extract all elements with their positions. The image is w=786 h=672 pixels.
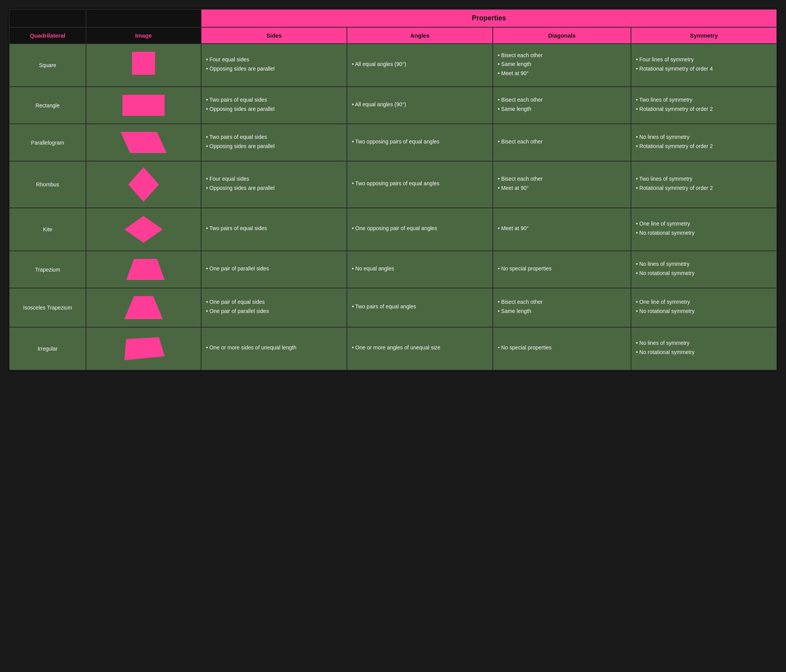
shape-name: Parallelogram: [9, 124, 86, 161]
symmetry-item: Rotational symmetry of order 2: [636, 184, 772, 192]
svg-marker-2: [121, 132, 167, 153]
properties-header: Properties: [201, 9, 777, 27]
shape-image: [86, 327, 201, 370]
angles-cell: No equal angles: [347, 251, 493, 288]
shape-name: Rectangle: [9, 87, 86, 124]
angles-cell: Two pairs of equal angles: [347, 288, 493, 327]
diagonals-item: Bisect each other: [498, 175, 626, 183]
sides-item: Opposing sides are parallel: [206, 143, 342, 150]
angles-item: All equal angles (90°): [352, 61, 488, 68]
symmetry-item: No rotational symmetry: [636, 270, 772, 277]
col-header-quadrilateral: Quadrilateral: [9, 27, 86, 44]
diagonals-item: No special properties: [498, 344, 626, 352]
diagonals-item: No special properties: [498, 265, 626, 273]
diagonals-cell: Bisect each otherSame lengthMeet at 90°: [493, 44, 631, 87]
diagonals-item: Meet at 90°: [498, 184, 626, 192]
col-header-angles: Angles: [347, 27, 493, 44]
sides-item: One or more sides of unequal length: [206, 344, 342, 352]
symmetry-cell: No lines of symmetryNo rotational symmet…: [631, 251, 777, 288]
angles-cell: One or more angles of unequal size: [347, 327, 493, 370]
sides-item: One pair of parallel sides: [206, 265, 342, 273]
angles-item: Two opposing pairs of equal angles: [352, 180, 488, 188]
symmetry-item: Two lines of symmetry: [636, 96, 772, 104]
sides-item: Four equal sides: [206, 175, 342, 183]
symmetry-item: No rotational symmetry: [636, 229, 772, 237]
col-header-sides: Sides: [201, 27, 347, 44]
sides-cell: One pair of parallel sides: [201, 251, 347, 288]
shape-image: [86, 87, 201, 124]
shape-name: Isosceles Trapezium: [9, 288, 86, 327]
diagonals-cell: No special properties: [493, 327, 631, 370]
diagonals-cell: Meet at 90°: [493, 208, 631, 251]
diagonals-cell: No special properties: [493, 251, 631, 288]
symmetry-item: One line of symmetry: [636, 298, 772, 306]
col-header-image: Image: [86, 27, 201, 44]
diagonals-item: Meet at 90°: [498, 70, 626, 77]
properties-table: Properties Quadrilateral Image Sides Ang…: [9, 9, 777, 371]
diagonals-item: Bisect each other: [498, 298, 626, 306]
sides-item: Two pairs of equal sides: [206, 96, 342, 104]
sides-item: Four equal sides: [206, 56, 342, 64]
symmetry-item: One line of symmetry: [636, 220, 772, 228]
shape-image: [86, 251, 201, 288]
symmetry-item: Rotational symmetry of order 4: [636, 65, 772, 73]
angles-cell: One opposing pair of equal angles: [347, 208, 493, 251]
svg-marker-3: [128, 167, 159, 202]
sides-cell: One pair of equal sidesOne pair of paral…: [201, 288, 347, 327]
sides-cell: One or more sides of unequal length: [201, 327, 347, 370]
sides-item: One pair of equal sides: [206, 298, 342, 306]
angles-item: One or more angles of unequal size: [352, 344, 488, 352]
sides-cell: Four equal sidesOpposing sides are paral…: [201, 161, 347, 208]
sides-cell: Two pairs of equal sides: [201, 208, 347, 251]
symmetry-item: Four lines of symmetry: [636, 56, 772, 64]
angles-item: Two pairs of equal angles: [352, 303, 488, 311]
symmetry-item: No lines of symmetry: [636, 260, 772, 268]
angles-cell: Two opposing pairs of equal angles: [347, 124, 493, 161]
symmetry-cell: Two lines of symmetryRotational symmetry…: [631, 161, 777, 208]
diagonals-cell: Bisect each otherSame length: [493, 288, 631, 327]
table-row: IrregularOne or more sides of unequal le…: [9, 327, 777, 370]
top-left-empty: [9, 9, 86, 27]
angles-item: All equal angles (90°): [352, 101, 488, 109]
symmetry-item: No lines of symmetry: [636, 339, 772, 347]
symmetry-item: Rotational symmetry of order 2: [636, 143, 772, 150]
symmetry-item: No rotational symmetry: [636, 308, 772, 315]
shape-name: Trapezium: [9, 251, 86, 288]
svg-marker-6: [124, 296, 163, 319]
sides-item: Opposing sides are parallel: [206, 184, 342, 192]
svg-marker-5: [126, 259, 165, 280]
diagonals-cell: Bisect each otherMeet at 90°: [493, 161, 631, 208]
angles-cell: All equal angles (90°): [347, 44, 493, 87]
diagonals-cell: Bisect each other: [493, 124, 631, 161]
shape-image: [86, 44, 201, 87]
symmetry-cell: One line of symmetryNo rotational symmet…: [631, 208, 777, 251]
angles-item: Two opposing pairs of equal angles: [352, 138, 488, 146]
angles-cell: All equal angles (90°): [347, 87, 493, 124]
sides-cell: Four equal sidesOpposing sides are paral…: [201, 44, 347, 87]
diagonals-item: Meet at 90°: [498, 225, 626, 232]
angles-cell: Two opposing pairs of equal angles: [347, 161, 493, 208]
shape-image: [86, 208, 201, 251]
svg-rect-1: [122, 95, 165, 116]
sides-cell: Two pairs of equal sidesOpposing sides a…: [201, 124, 347, 161]
symmetry-cell: Two lines of symmetryRotational symmetry…: [631, 87, 777, 124]
angles-item: One opposing pair of equal angles: [352, 225, 488, 232]
col-header-diagonals: Diagonals: [493, 27, 631, 44]
symmetry-cell: Four lines of symmetryRotational symmetr…: [631, 44, 777, 87]
shape-name: Irregular: [9, 327, 86, 370]
symmetry-cell: One line of symmetryNo rotational symmet…: [631, 288, 777, 327]
col-header-symmetry: Symmetry: [631, 27, 777, 44]
svg-rect-0: [132, 52, 155, 75]
diagonals-cell: Bisect each otherSame length: [493, 87, 631, 124]
symmetry-cell: No lines of symmetryRotational symmetry …: [631, 124, 777, 161]
angles-item: No equal angles: [352, 265, 488, 273]
table-row: TrapeziumOne pair of parallel sidesNo eq…: [9, 251, 777, 288]
diagonals-item: Bisect each other: [498, 52, 626, 59]
main-table-wrapper: Properties Quadrilateral Image Sides Ang…: [8, 8, 778, 372]
sides-item: One pair of parallel sides: [206, 308, 342, 315]
table-row: RhombusFour equal sidesOpposing sides ar…: [9, 161, 777, 208]
svg-marker-4: [124, 216, 163, 243]
symmetry-item: No lines of symmetry: [636, 133, 772, 141]
table-row: SquareFour equal sidesOpposing sides are…: [9, 44, 777, 87]
sides-item: Two pairs of equal sides: [206, 225, 342, 232]
